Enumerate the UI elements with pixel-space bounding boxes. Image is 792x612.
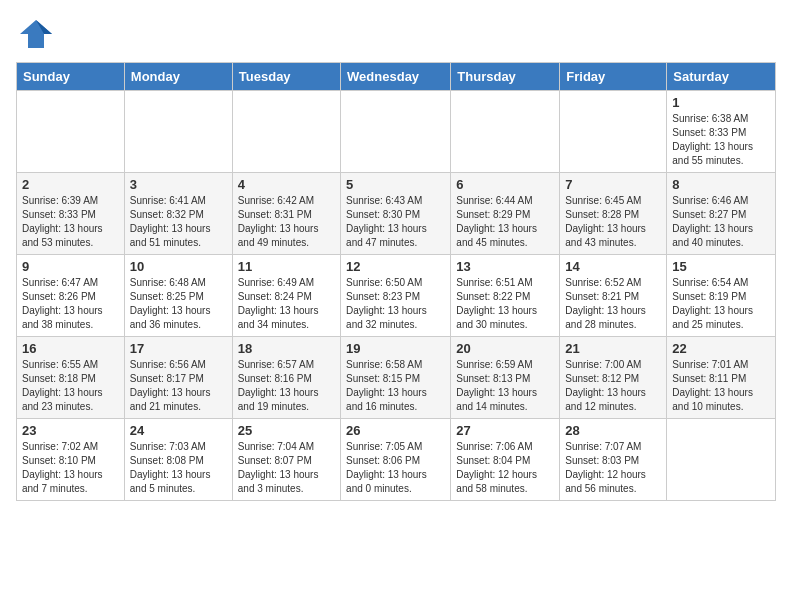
day-info: Sunrise: 7:02 AM Sunset: 8:10 PM Dayligh… [22,440,119,496]
day-info: Sunrise: 6:57 AM Sunset: 8:16 PM Dayligh… [238,358,335,414]
calendar-cell [560,91,667,173]
page-header [16,16,776,52]
calendar-cell: 12Sunrise: 6:50 AM Sunset: 8:23 PM Dayli… [341,255,451,337]
day-info: Sunrise: 6:39 AM Sunset: 8:33 PM Dayligh… [22,194,119,250]
calendar-cell: 10Sunrise: 6:48 AM Sunset: 8:25 PM Dayli… [124,255,232,337]
day-info: Sunrise: 6:38 AM Sunset: 8:33 PM Dayligh… [672,112,770,168]
calendar-cell: 13Sunrise: 6:51 AM Sunset: 8:22 PM Dayli… [451,255,560,337]
calendar-cell [667,419,776,501]
logo [16,16,56,52]
day-info: Sunrise: 6:49 AM Sunset: 8:24 PM Dayligh… [238,276,335,332]
calendar-cell: 26Sunrise: 7:05 AM Sunset: 8:06 PM Dayli… [341,419,451,501]
weekday-header: Wednesday [341,63,451,91]
calendar-cell: 5Sunrise: 6:43 AM Sunset: 8:30 PM Daylig… [341,173,451,255]
calendar-week-row: 23Sunrise: 7:02 AM Sunset: 8:10 PM Dayli… [17,419,776,501]
calendar-cell: 28Sunrise: 7:07 AM Sunset: 8:03 PM Dayli… [560,419,667,501]
day-info: Sunrise: 6:56 AM Sunset: 8:17 PM Dayligh… [130,358,227,414]
calendar-week-row: 1Sunrise: 6:38 AM Sunset: 8:33 PM Daylig… [17,91,776,173]
day-number: 1 [672,95,770,110]
calendar: SundayMondayTuesdayWednesdayThursdayFrid… [16,62,776,501]
day-number: 21 [565,341,661,356]
day-number: 2 [22,177,119,192]
day-number: 9 [22,259,119,274]
day-number: 16 [22,341,119,356]
day-number: 17 [130,341,227,356]
calendar-cell: 19Sunrise: 6:58 AM Sunset: 8:15 PM Dayli… [341,337,451,419]
day-number: 3 [130,177,227,192]
day-info: Sunrise: 6:42 AM Sunset: 8:31 PM Dayligh… [238,194,335,250]
day-info: Sunrise: 6:51 AM Sunset: 8:22 PM Dayligh… [456,276,554,332]
calendar-cell: 9Sunrise: 6:47 AM Sunset: 8:26 PM Daylig… [17,255,125,337]
day-number: 20 [456,341,554,356]
day-info: Sunrise: 6:45 AM Sunset: 8:28 PM Dayligh… [565,194,661,250]
calendar-cell: 3Sunrise: 6:41 AM Sunset: 8:32 PM Daylig… [124,173,232,255]
calendar-cell: 23Sunrise: 7:02 AM Sunset: 8:10 PM Dayli… [17,419,125,501]
day-number: 27 [456,423,554,438]
day-number: 12 [346,259,445,274]
day-number: 8 [672,177,770,192]
day-info: Sunrise: 6:44 AM Sunset: 8:29 PM Dayligh… [456,194,554,250]
day-info: Sunrise: 6:59 AM Sunset: 8:13 PM Dayligh… [456,358,554,414]
calendar-cell: 1Sunrise: 6:38 AM Sunset: 8:33 PM Daylig… [667,91,776,173]
weekday-header: Friday [560,63,667,91]
calendar-cell: 22Sunrise: 7:01 AM Sunset: 8:11 PM Dayli… [667,337,776,419]
calendar-cell: 27Sunrise: 7:06 AM Sunset: 8:04 PM Dayli… [451,419,560,501]
weekday-header-row: SundayMondayTuesdayWednesdayThursdayFrid… [17,63,776,91]
calendar-week-row: 9Sunrise: 6:47 AM Sunset: 8:26 PM Daylig… [17,255,776,337]
day-info: Sunrise: 6:47 AM Sunset: 8:26 PM Dayligh… [22,276,119,332]
calendar-cell: 7Sunrise: 6:45 AM Sunset: 8:28 PM Daylig… [560,173,667,255]
day-number: 7 [565,177,661,192]
day-number: 23 [22,423,119,438]
calendar-cell: 21Sunrise: 7:00 AM Sunset: 8:12 PM Dayli… [560,337,667,419]
calendar-cell: 11Sunrise: 6:49 AM Sunset: 8:24 PM Dayli… [232,255,340,337]
day-number: 13 [456,259,554,274]
day-number: 28 [565,423,661,438]
day-number: 24 [130,423,227,438]
logo-icon [16,16,52,52]
calendar-cell: 18Sunrise: 6:57 AM Sunset: 8:16 PM Dayli… [232,337,340,419]
calendar-cell: 4Sunrise: 6:42 AM Sunset: 8:31 PM Daylig… [232,173,340,255]
day-info: Sunrise: 7:03 AM Sunset: 8:08 PM Dayligh… [130,440,227,496]
weekday-header: Monday [124,63,232,91]
calendar-cell: 6Sunrise: 6:44 AM Sunset: 8:29 PM Daylig… [451,173,560,255]
day-number: 15 [672,259,770,274]
calendar-cell: 14Sunrise: 6:52 AM Sunset: 8:21 PM Dayli… [560,255,667,337]
day-info: Sunrise: 6:58 AM Sunset: 8:15 PM Dayligh… [346,358,445,414]
calendar-cell [341,91,451,173]
day-info: Sunrise: 6:48 AM Sunset: 8:25 PM Dayligh… [130,276,227,332]
weekday-header: Sunday [17,63,125,91]
calendar-cell [124,91,232,173]
day-info: Sunrise: 6:46 AM Sunset: 8:27 PM Dayligh… [672,194,770,250]
weekday-header: Saturday [667,63,776,91]
calendar-cell: 25Sunrise: 7:04 AM Sunset: 8:07 PM Dayli… [232,419,340,501]
day-number: 25 [238,423,335,438]
day-number: 19 [346,341,445,356]
calendar-cell: 16Sunrise: 6:55 AM Sunset: 8:18 PM Dayli… [17,337,125,419]
day-number: 5 [346,177,445,192]
day-info: Sunrise: 7:01 AM Sunset: 8:11 PM Dayligh… [672,358,770,414]
calendar-cell [451,91,560,173]
calendar-cell: 24Sunrise: 7:03 AM Sunset: 8:08 PM Dayli… [124,419,232,501]
calendar-cell [232,91,340,173]
day-info: Sunrise: 7:04 AM Sunset: 8:07 PM Dayligh… [238,440,335,496]
calendar-cell [17,91,125,173]
day-number: 6 [456,177,554,192]
day-number: 14 [565,259,661,274]
day-info: Sunrise: 7:06 AM Sunset: 8:04 PM Dayligh… [456,440,554,496]
day-number: 18 [238,341,335,356]
day-info: Sunrise: 7:05 AM Sunset: 8:06 PM Dayligh… [346,440,445,496]
calendar-cell: 17Sunrise: 6:56 AM Sunset: 8:17 PM Dayli… [124,337,232,419]
calendar-cell: 20Sunrise: 6:59 AM Sunset: 8:13 PM Dayli… [451,337,560,419]
calendar-week-row: 16Sunrise: 6:55 AM Sunset: 8:18 PM Dayli… [17,337,776,419]
calendar-week-row: 2Sunrise: 6:39 AM Sunset: 8:33 PM Daylig… [17,173,776,255]
day-number: 10 [130,259,227,274]
weekday-header: Tuesday [232,63,340,91]
day-number: 26 [346,423,445,438]
day-number: 22 [672,341,770,356]
day-number: 11 [238,259,335,274]
day-info: Sunrise: 7:07 AM Sunset: 8:03 PM Dayligh… [565,440,661,496]
calendar-cell: 15Sunrise: 6:54 AM Sunset: 8:19 PM Dayli… [667,255,776,337]
day-info: Sunrise: 6:54 AM Sunset: 8:19 PM Dayligh… [672,276,770,332]
day-info: Sunrise: 6:50 AM Sunset: 8:23 PM Dayligh… [346,276,445,332]
calendar-cell: 8Sunrise: 6:46 AM Sunset: 8:27 PM Daylig… [667,173,776,255]
